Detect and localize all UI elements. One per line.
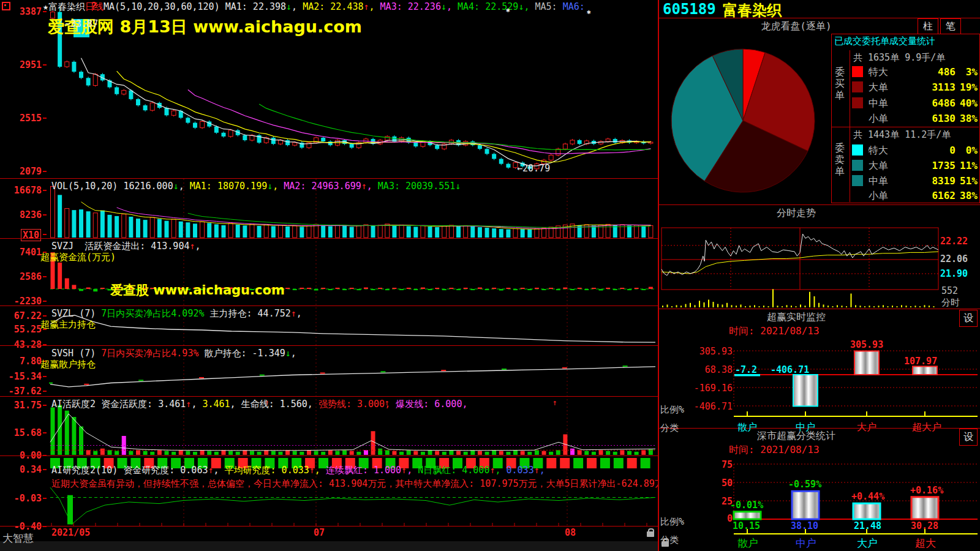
axis-label: 2515 bbox=[0, 113, 42, 124]
header-segment: ↓ bbox=[286, 1, 292, 12]
header-segment: ↓ bbox=[267, 181, 273, 192]
axis-label: 2951 bbox=[0, 59, 42, 70]
sparkle-icon: ✱ bbox=[587, 8, 591, 16]
axis-tick bbox=[43, 64, 47, 66]
k-panel-header: ★富春染织日线MA(5,10,20,30,60,120) MA1: 22.398… bbox=[43, 1, 585, 12]
axis-tick bbox=[43, 376, 47, 377]
header-segment: 日线 bbox=[85, 1, 104, 12]
header-segment: , bbox=[191, 399, 202, 410]
lock-icon bbox=[647, 531, 654, 537]
header-segment: 0.033 bbox=[507, 465, 534, 476]
axis-label: -0.40 bbox=[0, 521, 42, 532]
header-segment: ↑ bbox=[208, 465, 213, 476]
header-segment: MA2: 24963.699 bbox=[284, 181, 361, 192]
axis-label: 2586 bbox=[0, 271, 42, 282]
header-segment: , bbox=[292, 1, 303, 12]
axis-tick bbox=[43, 432, 47, 433]
low-price-note: ←20.79 bbox=[517, 163, 550, 174]
header-segment: 散户持仓: -1.349 bbox=[198, 348, 285, 359]
svsh-panel-header: SVSH (7) 7日内买卖净占比4.93% 散户持仓: -1.349↓, bbox=[51, 348, 296, 359]
header-segment: MA1: 22.398 bbox=[225, 1, 286, 12]
header-segment: , bbox=[369, 1, 380, 12]
header-segment: 连续飘红: 1.000 bbox=[326, 465, 401, 476]
axis-tick bbox=[43, 234, 47, 235]
header-segment: , bbox=[291, 348, 296, 359]
header-segment: , bbox=[179, 181, 190, 192]
header-segment: , bbox=[214, 465, 225, 476]
ai-activity-header: AI活跃度2 资金活跃度: 3.461↑, 3.461, 生命线: 1.560,… bbox=[51, 399, 473, 410]
header-segment: 富春染织 bbox=[48, 1, 85, 12]
header-segment: MA1: 18070.199 bbox=[190, 181, 267, 192]
svzl-panel-header: SVZL (7) 7日内买卖净占比4.092% 主力持仓: 44.752↑, bbox=[51, 308, 302, 319]
header-segment: ↑ bbox=[534, 465, 540, 476]
header-segment: MA3: 20039.551 bbox=[378, 181, 455, 192]
header-segment: VOL(5,10,20) 16216.000 bbox=[51, 181, 173, 192]
header-segment: 生命线: 1.560, bbox=[241, 399, 318, 410]
right-charts-svg[interactable] bbox=[658, 0, 980, 551]
axis-label: 3387 bbox=[0, 6, 42, 17]
header-segment: ↑ bbox=[401, 465, 407, 476]
header-segment: MA(5,10,20,30,60,120) bbox=[104, 1, 225, 12]
header-segment: , bbox=[296, 308, 302, 319]
svg-text:↑: ↑ bbox=[552, 398, 557, 407]
divider bbox=[0, 178, 658, 179]
header-segment: , bbox=[495, 465, 506, 476]
svzj-panel-header: SVZJ 活跃资金进出: 413.904↑, bbox=[51, 241, 201, 252]
header-segment: ★ bbox=[43, 1, 48, 12]
axis-tick bbox=[43, 190, 47, 191]
header-segment: SVSH (7) bbox=[51, 348, 101, 359]
header-segment: MA6: bbox=[563, 1, 585, 12]
header-segment: MA5: bbox=[535, 1, 562, 12]
divider bbox=[0, 455, 658, 456]
axis-tick bbox=[43, 315, 47, 317]
svsh-panel-sub: 超赢散户持仓 bbox=[40, 359, 96, 370]
ai-research-comment: 近期大资金虽有异动，但持续性不强，总体偏空，今日大单净流入: 413.904万元… bbox=[51, 478, 658, 489]
header-segment: ↑ bbox=[364, 1, 369, 12]
header-segment: SVZL (7) bbox=[51, 308, 101, 319]
left-charts-svg[interactable]: ↑↑↑ bbox=[49, 0, 658, 527]
axis-label: -15.34 bbox=[0, 371, 42, 382]
header-segment: , bbox=[447, 1, 458, 12]
header-segment: , bbox=[407, 465, 418, 476]
x-axis-label: 2021/05 bbox=[51, 527, 90, 538]
header-segment: SVZJ 活跃资金进出: 413.904 bbox=[51, 241, 189, 252]
header-segment: ↑ bbox=[361, 181, 367, 192]
brand-label: 大智慧 bbox=[2, 531, 34, 545]
header-segment: ↓ bbox=[285, 348, 291, 359]
header-segment: 平均研究度: 0.033 bbox=[225, 465, 309, 476]
x-axis-label: 08 bbox=[565, 527, 576, 538]
header-segment: 爆发线: 6.000, bbox=[396, 399, 473, 410]
header-segment: ↑ bbox=[309, 465, 315, 476]
header-segment: , bbox=[230, 399, 241, 410]
vol-panel-header: VOL(5,10,20) 16216.000↓, MA1: 18070.199↓… bbox=[51, 181, 461, 192]
header-segment: , bbox=[540, 465, 545, 476]
header-segment: MA3: 22.236 bbox=[380, 1, 441, 12]
header-segment: ↑ bbox=[291, 308, 296, 319]
divider bbox=[0, 526, 658, 527]
header-segment: ↓ bbox=[441, 1, 447, 12]
axis-label: 67.22 bbox=[0, 310, 42, 321]
header-segment: 7日内买卖净占比4.092% bbox=[101, 308, 204, 319]
sparkle-icon: ✱ bbox=[506, 6, 510, 14]
header-segment: MA2: 22.438 bbox=[303, 1, 363, 12]
high-price-note: ~33.87 bbox=[65, 18, 98, 29]
axis-tick bbox=[43, 391, 47, 392]
axis-label: -37.62 bbox=[0, 386, 42, 397]
axis-tick bbox=[43, 171, 47, 172]
axis-tick bbox=[43, 405, 47, 406]
axis-tick bbox=[43, 498, 47, 499]
axis-label: 55.25 bbox=[0, 324, 42, 335]
header-segment: , bbox=[195, 241, 201, 252]
x-axis-label: 07 bbox=[314, 527, 325, 538]
header-segment: ↓ bbox=[173, 181, 179, 192]
axis-label: 2079 bbox=[0, 166, 42, 177]
axis-label: 15.68 bbox=[0, 427, 42, 438]
axis-label: 16678 bbox=[0, 185, 42, 196]
axis-label: 0.34 bbox=[0, 464, 42, 475]
axis-label: X10 bbox=[21, 229, 41, 241]
svzl-panel-sub: 超赢主力持仓 bbox=[40, 319, 96, 330]
header-segment: , bbox=[524, 1, 535, 12]
axis-tick bbox=[43, 276, 47, 277]
bottom-scrollbar[interactable] bbox=[0, 541, 658, 551]
header-segment: 强势线: 3.000, bbox=[318, 399, 396, 410]
